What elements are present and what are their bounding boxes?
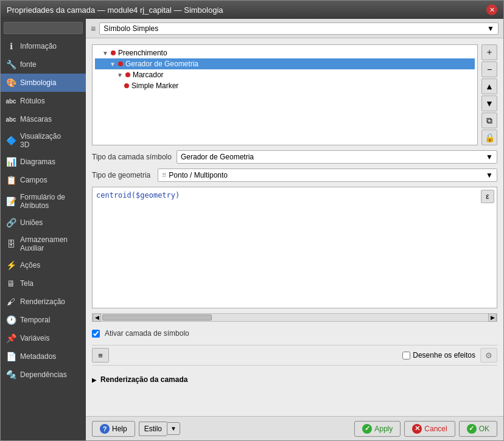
sidebar-item-label: Tela xyxy=(20,279,33,288)
tela-icon: 🖥 xyxy=(5,278,16,289)
sidebar-item-label: Máscaras xyxy=(20,115,52,123)
sidebar-item-rotulos[interactable]: abc Rótulos xyxy=(1,92,86,110)
ok-button[interactable]: ✓ OK xyxy=(459,421,497,437)
activate-layer-checkbox[interactable] xyxy=(92,330,100,338)
sidebar-item-simbologia[interactable]: 🎨 Simbologia xyxy=(1,74,86,92)
activate-layer-label: Ativar camada de símbolo xyxy=(105,329,189,338)
metadados-icon: 📄 xyxy=(5,351,16,362)
dropdown-arrow-icon: ▼ xyxy=(486,171,493,179)
tree-arrow-icon: ▼ xyxy=(110,61,116,68)
temporal-icon: 🕐 xyxy=(5,314,16,325)
sidebar-item-label: fonte xyxy=(20,60,37,69)
render-section: ▶ Renderização da camada xyxy=(92,370,497,389)
sidebar-item-label: Metadados xyxy=(20,352,56,361)
close-button[interactable]: ✕ xyxy=(486,4,497,15)
sidebar-item-tela[interactable]: 🖥 Tela xyxy=(1,274,86,293)
sidebar-item-temporal[interactable]: 🕐 Temporal xyxy=(1,311,86,329)
tree-item-simple-marker[interactable]: Simple Marker xyxy=(95,80,475,91)
move-up-button[interactable]: ▲ xyxy=(481,78,497,94)
sidebar-item-label: Variáveis xyxy=(20,334,49,342)
help-button[interactable]: ? Help xyxy=(92,421,135,437)
cancel-button[interactable]: ✕ Cancel xyxy=(404,421,455,437)
sidebar-item-dependencias[interactable]: 🔩 Dependências xyxy=(1,366,86,384)
sidebar-item-mascaras[interactable]: abc Máscaras xyxy=(1,110,86,128)
sidebar-item-campos[interactable]: 📋 Campos xyxy=(1,171,86,189)
info-icon: ℹ xyxy=(5,41,16,52)
move-down-button[interactable]: ▼ xyxy=(481,95,497,111)
sidebar-item-label: Simbologia xyxy=(20,78,56,87)
cancel-label: Cancel xyxy=(424,425,447,433)
sidebar-item-label: Campos xyxy=(20,176,47,184)
sidebar-item-diagramas[interactable]: 📊 Diagramas xyxy=(1,153,86,171)
sidebar-item-label: ArmazenamenAuxiliar xyxy=(20,235,68,252)
symbol-tree: ▼ Preenchimento ▼ Gerador de Geometria xyxy=(92,44,478,145)
search-input[interactable] xyxy=(4,22,83,34)
tree-item-preenchimento[interactable]: ▼ Preenchimento xyxy=(95,47,475,58)
horizontal-scrollbar[interactable]: ◀ ▶ xyxy=(92,313,497,322)
effects-settings-button[interactable]: ⚙ xyxy=(480,348,497,363)
bottom-right-buttons: ✓ Apply ✕ Cancel ✓ OK xyxy=(354,421,497,437)
diagramas-icon: 📊 xyxy=(5,156,16,167)
sidebar-item-label: Uniões xyxy=(20,218,43,227)
geometry-type-label: Tipo de geometria xyxy=(92,171,150,179)
geometry-type-value: Ponto / Multiponto xyxy=(169,171,486,179)
sidebar-item-visualizacao3d[interactable]: 🔷 Visualização3D xyxy=(1,128,86,153)
ok-icon: ✓ xyxy=(467,424,477,434)
sidebar-item-label: Formulário deAtributos xyxy=(20,193,65,210)
apply-button[interactable]: ✓ Apply xyxy=(354,421,401,437)
add-layer-button[interactable]: ＋ xyxy=(481,44,497,60)
sidebar-item-label: Diagramas xyxy=(20,158,55,166)
sidebar-item-renderizacao[interactable]: 🖌 Renderização xyxy=(1,293,86,311)
sidebar-item-armazenamento[interactable]: 🗄 ArmazenamenAuxiliar xyxy=(1,232,86,256)
mascaras-icon: abc xyxy=(5,114,16,125)
apply-label: Apply xyxy=(374,425,393,433)
top-bar: ≡ Símbolo Simples ▼ xyxy=(86,19,503,38)
tree-dot-icon xyxy=(118,61,123,66)
scroll-left-arrow[interactable]: ◀ xyxy=(93,313,101,322)
sidebar-item-variaveis[interactable]: 📌 Variáveis xyxy=(1,329,86,347)
simbologia-icon: 🎨 xyxy=(5,77,16,88)
tree-arrow-icon: ▼ xyxy=(117,72,123,78)
geometry-type-dropdown[interactable]: ⠿ Ponto / Multiponto ▼ xyxy=(158,168,497,182)
lock-button[interactable]: 🔒 xyxy=(481,130,497,145)
sidebar-item-label: Ações xyxy=(20,261,40,269)
scrollbar-thumb[interactable] xyxy=(102,314,212,321)
sidebar-item-formulario[interactable]: 📝 Formulário deAtributos xyxy=(1,189,86,214)
expression-editor-button[interactable]: ε xyxy=(481,190,494,203)
sidebar-item-acoes[interactable]: ⚡ Ações xyxy=(1,256,86,274)
duplicate-button[interactable]: ⧉ xyxy=(481,113,497,128)
bottom-left-buttons: ? Help Estilo ▼ xyxy=(92,421,180,437)
fonte-icon: 🔧 xyxy=(5,59,16,70)
campos-icon: 📋 xyxy=(5,175,16,186)
tree-item-gerador[interactable]: ▼ Gerador de Geometria xyxy=(95,58,475,69)
estilo-button[interactable]: Estilo xyxy=(139,422,167,436)
draw-effects-label: Desenhe os efeitos xyxy=(402,351,475,359)
estilo-dropdown-button[interactable]: ▼ xyxy=(167,422,180,435)
dropdown-arrow-icon: ▼ xyxy=(487,24,494,33)
scroll-right-arrow[interactable]: ▶ xyxy=(488,313,497,322)
dependencias-icon: 🔩 xyxy=(5,369,16,380)
sidebar-item-label: Temporal xyxy=(20,316,50,324)
symbol-type-dropdown[interactable]: Símbolo Simples ▼ xyxy=(99,23,499,35)
sidebar-item-informacao[interactable]: ℹ Informação xyxy=(1,37,86,55)
ok-label: OK xyxy=(479,425,489,433)
render-section-title: Renderização da camada xyxy=(100,375,187,384)
sidebar: ℹ Informação 🔧 fonte 🎨 Simbologia abc Ró… xyxy=(1,19,86,440)
main-window: Propriedades da camada — module4 rj_capi… xyxy=(0,0,504,441)
sidebar-item-fonte[interactable]: 🔧 fonte xyxy=(1,55,86,74)
symbol-layer-type-value: Gerador de Geometria xyxy=(181,153,254,161)
draw-effects-checkbox[interactable] xyxy=(402,352,410,359)
armazenamento-icon: 🗄 xyxy=(5,238,16,249)
rotulos-icon: abc xyxy=(5,95,16,106)
tree-item-marcador[interactable]: ▼ Marcador xyxy=(95,69,475,80)
expression-input[interactable]: centroid($geometry) xyxy=(93,187,497,308)
remove-layer-button[interactable]: − xyxy=(481,61,497,77)
symbol-layer-type-dropdown[interactable]: Gerador de Geometria ▼ xyxy=(177,150,497,164)
bottom-bar: ? Help Estilo ▼ ✓ Apply ✕ Cancel xyxy=(86,416,503,440)
sidebar-item-metadados[interactable]: 📄 Metadados xyxy=(1,347,86,366)
variaveis-icon: 📌 xyxy=(5,333,16,344)
layer-options-button[interactable]: ≡ xyxy=(92,348,109,363)
tree-action-buttons: ＋ − ▲ ▼ ⧉ 🔒 xyxy=(481,44,497,145)
sidebar-item-unioes[interactable]: 🔗 Uniões xyxy=(1,214,86,232)
apply-icon: ✓ xyxy=(362,424,372,434)
